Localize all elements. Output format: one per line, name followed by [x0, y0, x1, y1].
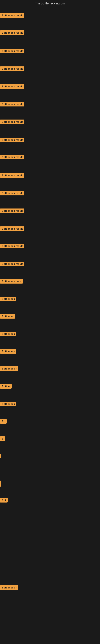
bottleneck-badge	[0, 454, 1, 458]
bottleneck-badge: B	[0, 436, 5, 441]
bottleneck-item: Bottleneck result	[0, 13, 24, 18]
bottleneck-badge: Bottleneck result	[0, 155, 24, 160]
bottleneck-badge: Bottleneck	[0, 402, 16, 406]
bottleneck-badge: Bottleneck	[0, 332, 16, 336]
bottleneck-badge: Bottleneck result	[0, 208, 24, 213]
bottleneck-badge	[0, 480, 1, 486]
bottleneck-item: B	[0, 436, 5, 441]
bottleneck-item: Bottlenec	[0, 314, 15, 318]
bottleneck-badge: Bottleneck result	[0, 84, 24, 89]
bottleneck-item: Bottleneck resu	[0, 279, 23, 284]
bottleneck-badge: Bottleneck result	[0, 30, 24, 35]
bottleneck-item: Bottleneck	[0, 332, 16, 336]
site-title: TheBottlenecker.com	[0, 0, 100, 8]
bottleneck-item: Bottleneck result	[0, 173, 24, 178]
bottleneck-item: Bottleneck result	[0, 226, 24, 231]
bottleneck-badge: Bottleneck result	[0, 244, 24, 248]
bottleneck-item: Bottleneck result	[0, 208, 24, 213]
bottleneck-badge: Bot	[0, 498, 8, 502]
bottleneck-item: Bottleneck result	[0, 84, 24, 89]
bottleneck-badge: Bottleneck result	[0, 191, 24, 196]
bottleneck-item	[0, 480, 1, 486]
bottleneck-item: Bottleneck	[0, 402, 16, 406]
bottleneck-badge: Bottleneck result	[0, 102, 24, 106]
bottleneck-item: Bottleneck result	[0, 262, 24, 266]
bottleneck-item: Bottler	[0, 384, 12, 388]
bottleneck-badge: Bottleneck	[0, 349, 16, 354]
bottleneck-item: Bottleneck r	[0, 366, 18, 371]
bottleneck-badge: Bottleneck r	[0, 366, 18, 371]
bottleneck-badge: Bottleneck result	[0, 226, 24, 231]
bottleneck-badge: Bottler	[0, 384, 12, 388]
bottleneck-item: Bottleneck result	[0, 66, 24, 71]
bottleneck-badge: Bo	[0, 419, 7, 424]
bottleneck-item: Bottleneck r	[0, 585, 18, 590]
bottleneck-item: Bottleneck result	[0, 49, 24, 53]
bottleneck-item: Bottleneck result	[0, 138, 24, 142]
bottleneck-badge: Bottleneck result	[0, 173, 24, 178]
bottleneck-badge: Bottleneck result	[0, 13, 24, 18]
bottleneck-badge: Bottlenec	[0, 314, 15, 318]
bottleneck-item: Bottleneck result	[0, 30, 24, 35]
bottleneck-item: Bottleneck result	[0, 155, 24, 160]
bottleneck-item: Bo	[0, 419, 7, 424]
bottleneck-badge: Bottleneck	[0, 297, 16, 301]
bottleneck-badge: Bottleneck result	[0, 120, 24, 124]
bottleneck-item: Bottleneck result	[0, 102, 24, 106]
bottleneck-item	[0, 454, 1, 458]
bottleneck-badge: Bottleneck result	[0, 66, 24, 71]
bottleneck-item: Bottleneck result	[0, 244, 24, 248]
bottleneck-badge: Bottleneck r	[0, 585, 18, 590]
bottleneck-badge: Bottleneck resu	[0, 279, 23, 284]
bottleneck-item: Bottleneck result	[0, 191, 24, 196]
bottleneck-badge: Bottleneck result	[0, 262, 24, 266]
bottleneck-badge: Bottleneck result	[0, 49, 24, 53]
bottleneck-item: Bot	[0, 498, 8, 502]
bottleneck-item: Bottleneck result	[0, 120, 24, 124]
bottleneck-item: Bottleneck	[0, 349, 16, 354]
bottleneck-item: Bottleneck	[0, 297, 16, 301]
bottleneck-badge: Bottleneck result	[0, 138, 24, 142]
